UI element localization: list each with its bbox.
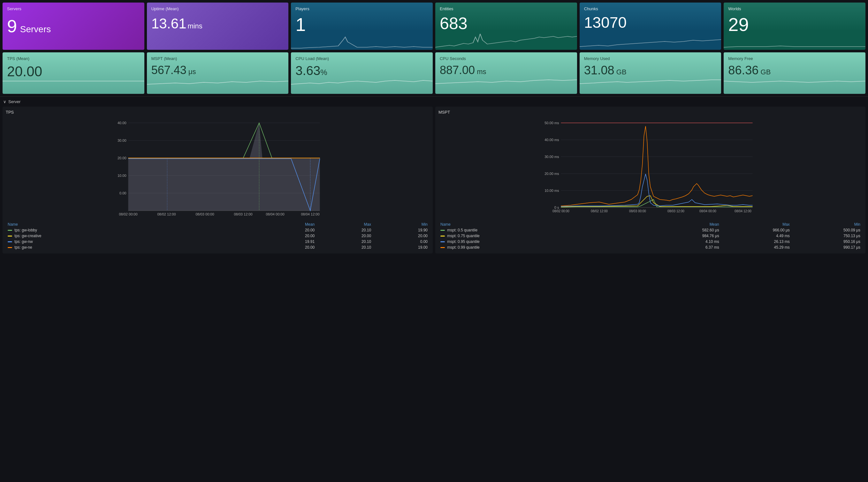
players-card: Players 1 — [291, 3, 433, 50]
mspt-legend-min: 950.16 μs — [792, 239, 862, 245]
svg-text:40.00: 40.00 — [118, 121, 126, 125]
svg-text:08/03 12:00: 08/03 12:00 — [668, 210, 684, 213]
svg-text:08/04 00:00: 08/04 00:00 — [266, 212, 284, 216]
svg-text:08/03 12:00: 08/03 12:00 — [234, 212, 252, 216]
tps-legend-series-name: tps: gw-nw — [6, 239, 260, 245]
svg-text:10.00: 10.00 — [118, 174, 126, 178]
svg-text:50.00 ms: 50.00 ms — [545, 121, 559, 125]
tps-legend-max: 20.10 — [316, 245, 373, 250]
mspt-legend-color — [440, 247, 445, 248]
cpu-seconds-card: CPU Seconds 887.00 ms — [435, 52, 577, 94]
servers-label: Servers — [7, 6, 140, 11]
tps-legend-mean: 20.00 — [260, 245, 316, 250]
section-label: Server — [8, 99, 21, 104]
svg-text:0.00: 0.00 — [119, 191, 126, 195]
mem-used-card: Memory Used 31.08 GB — [580, 52, 721, 94]
uptime-card: Uptime (Mean) 13.61 mins — [147, 3, 289, 50]
players-sparkline — [291, 31, 433, 50]
svg-text:20.00 ms: 20.00 ms — [545, 172, 559, 175]
mspt-legend-color — [440, 235, 445, 236]
worlds-label: Worlds — [728, 6, 861, 11]
uptime-unit: mins — [187, 22, 202, 30]
mspt-legend-max-col: Max — [721, 222, 792, 227]
mem-free-card: Memory Free 86.36 GB — [724, 52, 865, 94]
worlds-sparkline — [724, 31, 865, 50]
tps-legend-max: 20.00 — [316, 233, 373, 239]
tps-legend-name-col: Name — [6, 222, 260, 227]
cpu-seconds-sparkline — [435, 75, 577, 94]
mspt-legend-max: 966.00 μs — [721, 227, 792, 233]
tps-legend-min: 19.00 — [373, 245, 430, 250]
tps-legend-mean: 20.00 — [260, 227, 316, 233]
mspt-legend-row: mspt: 0.75 quantile 984.76 μs 4.49 ms 75… — [438, 233, 862, 239]
chunks-sparkline — [580, 31, 721, 50]
tps-legend-min: 0.00 — [373, 239, 430, 245]
cpu-load-card: CPU Load (Mean) 3.63% — [291, 52, 433, 94]
mspt-legend-max: 26.13 ms — [721, 239, 792, 245]
mspt-legend-series-name: mspt: 0.75 quantile — [438, 233, 651, 239]
server-section-header[interactable]: ∨ Server — [0, 96, 868, 107]
tps-legend-min-col: Min — [373, 222, 430, 227]
mspt-legend-color — [440, 241, 445, 242]
chevron-icon: ∨ — [3, 99, 6, 104]
tps-legend-min: 20.00 — [373, 233, 430, 239]
mspt-legend-mean: 984.76 μs — [651, 233, 721, 239]
charts-row: TPS 40.00 30.00 20.00 10.00 0.00 08/02 — [0, 107, 868, 256]
servers-card: Servers 9 Servers — [3, 3, 144, 50]
tps-legend-max: 20.10 — [316, 239, 373, 245]
tps-legend-color — [8, 241, 12, 242]
servers-unit: Servers — [20, 24, 51, 34]
mspt-legend-series-name: mspt: 0.5 quantile — [438, 227, 651, 233]
tps-legend-mean: 19.91 — [260, 239, 316, 245]
tps-legend-mean-col: Mean — [260, 222, 316, 227]
tps-chart-panel: TPS 40.00 30.00 20.00 10.00 0.00 08/02 — [3, 107, 433, 253]
tps-legend-row: tps: gw-nw 19.91 20.10 0.00 — [6, 239, 430, 245]
mspt-legend-series-name: mspt: 0.95 quantile — [438, 239, 651, 245]
tps-legend-row: tps: gw-lobby 20.00 20.10 19.90 — [6, 227, 430, 233]
svg-text:40.00 ms: 40.00 ms — [545, 138, 559, 142]
tps-legend-min: 19.90 — [373, 227, 430, 233]
entities-sparkline — [435, 31, 577, 50]
mspt-svg: 50.00 ms 40.00 ms 30.00 ms 20.00 ms 10.0… — [438, 117, 862, 219]
tps-legend-row: tps: gw-creative 20.00 20.00 20.00 — [6, 233, 430, 239]
tps-legend-max: 20.10 — [316, 227, 373, 233]
tps-chart-area: 40.00 30.00 20.00 10.00 0.00 08/02 00:00… — [6, 117, 430, 220]
mspt-legend-series-name: mspt: 0.99 quantile — [438, 245, 651, 250]
mspt-chart-area: 50.00 ms 40.00 ms 30.00 ms 20.00 ms 10.0… — [438, 117, 862, 220]
entities-label: Entities — [440, 6, 572, 11]
tps-svg: 40.00 30.00 20.00 10.00 0.00 08/02 00:00… — [6, 117, 430, 219]
tps-legend-series-name: tps: gw-creative — [6, 233, 260, 239]
svg-text:08/02 00:00: 08/02 00:00 — [119, 212, 137, 216]
mspt-legend-min: 990.17 μs — [792, 245, 862, 250]
tps-label: TPS (Mean) — [7, 56, 140, 61]
mspt-legend-row: mspt: 0.99 quantile 6.37 ms 45.29 ms 990… — [438, 245, 862, 250]
mspt-legend-mean: 6.37 ms — [651, 245, 721, 250]
mspt-chart-panel: MSPT 50.00 ms 40.00 ms 30.00 ms 20.00 ms… — [435, 107, 865, 253]
mem-free-sparkline — [724, 75, 865, 94]
svg-text:08/03 00:00: 08/03 00:00 — [195, 212, 214, 216]
svg-text:30.00 ms: 30.00 ms — [545, 155, 559, 159]
mspt-label: MSPT (Mean) — [151, 56, 284, 61]
svg-text:08/03 00:00: 08/03 00:00 — [629, 210, 646, 213]
svg-text:08/04 12:00: 08/04 12:00 — [301, 212, 319, 216]
mspt-legend-name-col: Name — [438, 222, 651, 227]
cpu-seconds-label: CPU Seconds — [440, 56, 572, 61]
svg-text:0 s: 0 s — [554, 205, 559, 210]
mem-used-label: Memory Used — [584, 56, 717, 61]
entities-value: 683 — [440, 14, 572, 33]
mspt-sparkline — [147, 75, 289, 94]
tps-legend-color — [8, 247, 12, 248]
svg-text:10.00 ms: 10.00 ms — [545, 189, 559, 192]
chunks-label: Chunks — [584, 6, 717, 11]
mspt-legend-row: mspt: 0.95 quantile 4.10 ms 26.13 ms 950… — [438, 239, 862, 245]
mem-used-sparkline — [580, 75, 721, 94]
svg-text:08/04 12:00: 08/04 12:00 — [735, 210, 751, 213]
tps-legend-series-name: tps: gw-lobby — [6, 227, 260, 233]
svg-marker-18 — [128, 123, 320, 211]
mspt-legend-max: 45.29 ms — [721, 245, 792, 250]
players-label: Players — [296, 6, 428, 11]
tps-legend-color — [8, 235, 12, 236]
mspt-legend-min: 750.13 μs — [792, 233, 862, 239]
mspt-chart-title: MSPT — [438, 110, 862, 115]
svg-text:08/02 12:00: 08/02 12:00 — [591, 210, 608, 213]
